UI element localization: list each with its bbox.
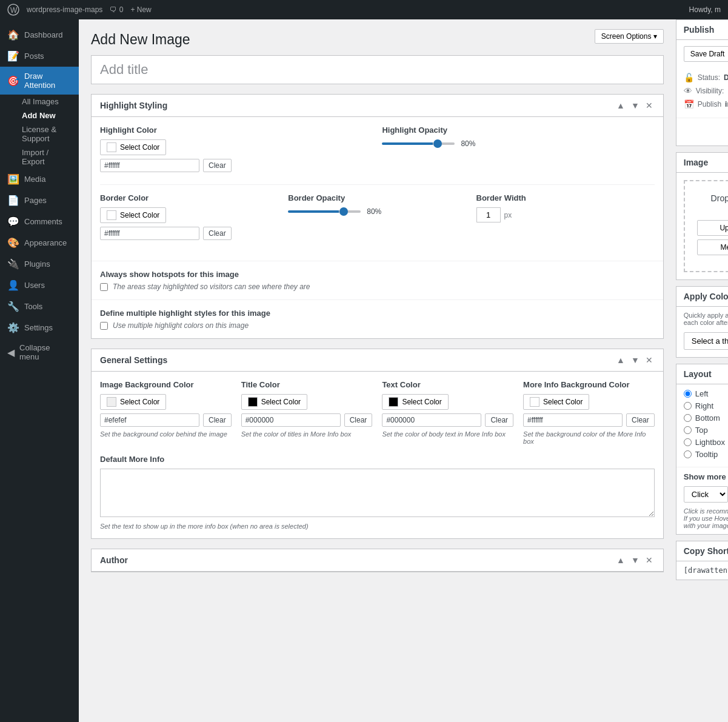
drop-text: Drop image here bbox=[697, 193, 728, 203]
border-width-input[interactable] bbox=[476, 207, 501, 222]
sidebar-item-import-export[interactable]: Import / Export bbox=[15, 145, 79, 169]
sidebar-item-draw-attention[interactable]: 🎯 Draw Attention bbox=[0, 67, 79, 95]
author-collapse-up-button[interactable]: ▲ bbox=[615, 555, 627, 565]
media-library-button[interactable]: Media Library bbox=[697, 239, 728, 255]
sidebar-item-users[interactable]: 👤 Users bbox=[0, 275, 79, 296]
sidebar-item-collapse[interactable]: ◀ Collapse menu bbox=[0, 338, 79, 366]
border-color-btn-label: Select Color bbox=[120, 211, 159, 219]
publish-title: Publish bbox=[684, 25, 715, 35]
text-color-picker-btn[interactable]: Select Color bbox=[382, 394, 448, 410]
layout-lightbox-label[interactable]: Lightbox bbox=[695, 438, 725, 447]
collapse-up-button[interactable]: ▲ bbox=[615, 101, 627, 110]
general-settings-header: General Settings ▲ ▼ ✕ bbox=[92, 349, 663, 372]
sidebar-item-comments[interactable]: 💬 Comments bbox=[0, 211, 79, 232]
image-bg-hex-input[interactable] bbox=[100, 413, 199, 427]
more-info-hex-input[interactable] bbox=[523, 413, 623, 427]
border-color-picker-btn[interactable]: Select Color bbox=[100, 207, 166, 223]
image-drop-zone[interactable]: Drop image here or Upload Image Media Li… bbox=[684, 180, 728, 272]
site-name[interactable]: wordpress-image-maps bbox=[27, 5, 102, 14]
sidebar-item-tools[interactable]: 🔧 Tools bbox=[0, 296, 79, 317]
general-collapse-up-button[interactable]: ▲ bbox=[615, 355, 627, 365]
sidebar-item-plugins[interactable]: 🔌 Plugins bbox=[0, 253, 79, 275]
author-close-button[interactable]: ✕ bbox=[644, 555, 655, 565]
layout-right-radio[interactable] bbox=[684, 402, 692, 410]
border-color-label: Border Color bbox=[100, 193, 278, 202]
sidebar-item-settings[interactable]: ⚙️ Settings bbox=[0, 317, 79, 338]
border-width-label: Border Width bbox=[476, 193, 655, 202]
collapse-icon: ◀ bbox=[7, 347, 15, 358]
highlight-opacity-slider[interactable] bbox=[382, 142, 455, 145]
screen-options-button[interactable]: Screen Options ▾ bbox=[595, 29, 664, 44]
layout-top-label[interactable]: Top bbox=[695, 426, 708, 435]
save-draft-button[interactable]: Save Draft bbox=[684, 46, 728, 62]
sidebar-item-all-images[interactable]: All Images bbox=[15, 95, 79, 109]
layout-bottom-label[interactable]: Bottom bbox=[695, 413, 720, 423]
or-text: or bbox=[697, 206, 728, 214]
layout-title: Layout bbox=[684, 369, 712, 379]
always-show-checkbox[interactable] bbox=[100, 283, 108, 291]
highlight-clear-btn[interactable]: Clear bbox=[203, 159, 232, 172]
general-close-button[interactable]: ✕ bbox=[644, 355, 655, 365]
publish-header: Publish ▲ ▼ ✕ bbox=[676, 20, 728, 40]
upload-image-button[interactable]: Upload Image bbox=[697, 220, 728, 236]
border-width-section: Border Width px bbox=[476, 193, 655, 242]
sidebar-item-posts[interactable]: 📝 Posts bbox=[0, 45, 79, 67]
new-button[interactable]: + New bbox=[130, 5, 151, 14]
sidebar-item-dashboard[interactable]: 🏠 Dashboard bbox=[0, 24, 79, 45]
sidebar-item-add-new[interactable]: Add New bbox=[15, 109, 79, 122]
layout-right-label[interactable]: Right bbox=[695, 401, 713, 410]
status-row: 🔓 Status: Draft Edit bbox=[684, 73, 728, 82]
color-scheme-title: Apply Color Scheme bbox=[684, 292, 728, 301]
show-more-select[interactable]: Click Hover bbox=[684, 486, 728, 503]
sidebar-item-license-support[interactable]: License & Support bbox=[15, 122, 79, 145]
title-color-btn-label: Select Color bbox=[261, 398, 301, 406]
border-opacity-label: Border Opacity bbox=[288, 193, 466, 202]
title-color-picker-btn[interactable]: Select Color bbox=[241, 394, 307, 410]
multiple-styles-checkbox[interactable] bbox=[100, 322, 108, 330]
layout-box: Layout ▲ ▼ ✕ Left Right Bottom bbox=[676, 364, 728, 535]
title-input[interactable] bbox=[91, 55, 664, 84]
comments-link[interactable]: 🗨 0 bbox=[110, 5, 123, 14]
more-info-clear-btn[interactable]: Clear bbox=[626, 413, 655, 427]
multiple-styles-label[interactable]: Use multiple highlight colors on this im… bbox=[113, 321, 249, 330]
close-metabox-button[interactable]: ✕ bbox=[644, 101, 655, 110]
comments-icon: 💬 bbox=[7, 216, 19, 227]
theme-select[interactable]: Select a theme... ▾ Dark Light bbox=[684, 332, 728, 350]
image-bg-clear-btn[interactable]: Clear bbox=[203, 413, 232, 427]
page-title: Add New Image bbox=[91, 32, 190, 48]
sidebar-item-appearance[interactable]: 🎨 Appearance bbox=[0, 232, 79, 253]
default-more-info-textarea[interactable] bbox=[100, 469, 655, 517]
layout-left-radio[interactable] bbox=[684, 390, 692, 398]
shortcode-value[interactable]: [drawattention ID="19"] bbox=[676, 561, 728, 580]
layout-bottom-radio[interactable] bbox=[684, 414, 692, 422]
show-more-note: Click is recommended for best results. I… bbox=[684, 507, 728, 529]
text-color-desc: Set the color of body text in More Info … bbox=[382, 430, 513, 438]
layout-tooltip-radio[interactable] bbox=[684, 450, 692, 458]
author-collapse-down-button[interactable]: ▼ bbox=[629, 555, 641, 565]
text-hex-input[interactable] bbox=[382, 413, 481, 427]
layout-tooltip-label[interactable]: Tooltip bbox=[695, 450, 718, 459]
border-clear-btn[interactable]: Clear bbox=[203, 227, 232, 240]
copy-shortcode-box: Copy Shortcode ▲ ▼ ✕ [drawattention ID="… bbox=[676, 541, 728, 580]
sidebar-item-pages[interactable]: 📄 Pages bbox=[0, 190, 79, 211]
layout-lightbox-radio[interactable] bbox=[684, 438, 692, 446]
title-clear-btn[interactable]: Clear bbox=[344, 413, 373, 427]
metabox-controls: ▲ ▼ ✕ bbox=[615, 101, 655, 110]
highlight-color-picker-btn[interactable]: Select Color bbox=[100, 139, 166, 155]
highlight-hex-input[interactable] bbox=[100, 159, 199, 172]
general-collapse-down-button[interactable]: ▼ bbox=[629, 355, 641, 365]
border-hex-input[interactable] bbox=[100, 227, 199, 240]
border-opacity-slider[interactable] bbox=[288, 210, 361, 213]
layout-top-radio[interactable] bbox=[684, 426, 692, 434]
sidebar-item-media[interactable]: 🖼️ Media bbox=[0, 169, 79, 190]
main-content: Add New Image Screen Options ▾ Highlight… bbox=[79, 19, 676, 722]
layout-left-label[interactable]: Left bbox=[695, 389, 709, 398]
image-bg-color-picker-btn[interactable]: Select Color bbox=[100, 394, 166, 410]
collapse-down-button[interactable]: ▼ bbox=[629, 101, 641, 110]
author-title: Author bbox=[100, 555, 615, 565]
more-info-bg-picker-btn[interactable]: Select Color bbox=[523, 394, 589, 410]
always-show-label[interactable]: The areas stay highlighted so visitors c… bbox=[113, 282, 310, 291]
text-clear-btn[interactable]: Clear bbox=[485, 413, 513, 427]
title-hex-input[interactable] bbox=[241, 413, 341, 427]
image-bg-color-label: Image Background Color bbox=[100, 380, 232, 389]
